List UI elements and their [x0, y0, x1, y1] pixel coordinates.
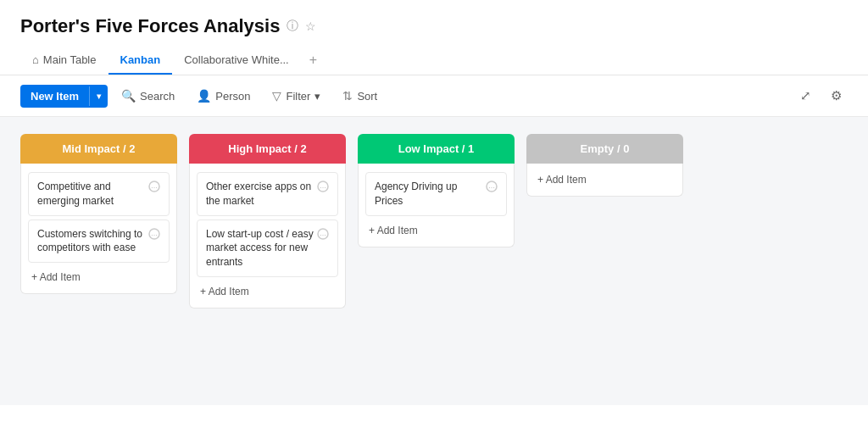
card[interactable]: Other exercise apps on the market⋯: [197, 172, 338, 216]
column-low-impact: Low Impact / 1Agency Driving up Prices⋯+…: [358, 134, 515, 388]
tab-add[interactable]: +: [301, 46, 326, 75]
column-empty: Empty / 0+ Add Item: [526, 134, 683, 388]
col-body-low-impact: Agency Driving up Prices⋯+ Add Item: [358, 164, 515, 247]
new-item-button[interactable]: New Item ▾: [20, 85, 108, 108]
card[interactable]: Low start-up cost / easy market access f…: [197, 220, 338, 277]
new-item-chevron[interactable]: ▾: [89, 86, 108, 106]
svg-text:⋯: ⋯: [488, 184, 495, 192]
star-icon[interactable]: ☆: [305, 19, 316, 33]
filter-icon: ▽: [272, 89, 281, 103]
person-icon: 👤: [197, 89, 211, 103]
filter-chevron: ▾: [314, 90, 320, 103]
card-text: Competitive and emerging market: [37, 180, 145, 208]
card-text: Other exercise apps on the market: [206, 180, 314, 208]
column-high-impact: High Impact / 2Other exercise apps on th…: [189, 134, 346, 388]
card[interactable]: Competitive and emerging market⋯: [28, 172, 170, 216]
info-icon[interactable]: ⓘ: [287, 19, 298, 34]
card-action-icon[interactable]: ⋯: [317, 228, 329, 242]
tab-kanban[interactable]: Kanban: [108, 47, 173, 75]
sort-icon: ⇅: [342, 89, 353, 103]
add-item-high-impact[interactable]: + Add Item: [190, 281, 345, 303]
filter-button[interactable]: ▽ Filter ▾: [264, 85, 329, 107]
card-action-icon[interactable]: ⋯: [486, 181, 498, 195]
search-button[interactable]: 🔍 Search: [113, 85, 183, 107]
card-action-icon[interactable]: ⋯: [148, 181, 160, 195]
search-icon: 🔍: [121, 89, 136, 103]
person-button[interactable]: 👤 Person: [188, 85, 259, 107]
card-text: Low start-up cost / easy market access f…: [206, 227, 314, 270]
home-icon: ⌂: [32, 53, 39, 66]
sort-label: Sort: [357, 90, 377, 103]
svg-text:⋯: ⋯: [320, 231, 326, 239]
col-body-mid-impact: Competitive and emerging market⋯Customer…: [20, 164, 177, 294]
filter-label: Filter: [286, 90, 310, 103]
person-label: Person: [215, 90, 250, 103]
col-body-empty: + Add Item: [526, 164, 683, 197]
search-label: Search: [140, 90, 175, 103]
header: Porter's Five Forces Analysis ⓘ ☆ ⌂ Main…: [0, 0, 868, 75]
tabs-row: ⌂ Main Table Kanban Collaborative White.…: [20, 46, 848, 75]
add-item-low-impact[interactable]: + Add Item: [359, 220, 514, 242]
col-header-mid-impact: Mid Impact / 2: [20, 134, 177, 164]
card-text: Customers switching to competitors with …: [37, 227, 145, 256]
title-row: Porter's Five Forces Analysis ⓘ ☆: [20, 15, 848, 37]
card-action-icon[interactable]: ⋯: [148, 228, 160, 242]
add-item-empty[interactable]: + Add Item: [527, 169, 682, 191]
col-header-empty: Empty / 0: [526, 134, 683, 164]
sort-button[interactable]: ⇅ Sort: [334, 85, 386, 107]
svg-text:⋯: ⋯: [151, 184, 158, 192]
page-title: Porter's Five Forces Analysis: [20, 15, 280, 37]
card-text: Agency Driving up Prices: [375, 180, 482, 208]
svg-text:⋯: ⋯: [320, 184, 326, 192]
kanban-board: Mid Impact / 2Competitive and emerging m…: [0, 117, 868, 405]
col-header-low-impact: Low Impact / 1: [358, 134, 515, 164]
card-action-icon[interactable]: ⋯: [317, 181, 329, 195]
col-header-high-impact: High Impact / 2: [189, 134, 346, 164]
tab-collab[interactable]: Collaborative White...: [172, 47, 301, 75]
new-item-label: New Item: [20, 85, 89, 108]
toolbar-right: ⤢ ⚙: [793, 84, 848, 108]
settings-button[interactable]: ⚙: [824, 84, 848, 108]
expand-button[interactable]: ⤢: [793, 84, 817, 108]
column-mid-impact: Mid Impact / 2Competitive and emerging m…: [20, 134, 177, 388]
card[interactable]: Customers switching to competitors with …: [28, 220, 170, 264]
col-body-high-impact: Other exercise apps on the market⋯Low st…: [189, 164, 346, 308]
add-item-mid-impact[interactable]: + Add Item: [21, 266, 176, 288]
tab-main-table[interactable]: ⌂ Main Table: [20, 47, 108, 75]
card[interactable]: Agency Driving up Prices⋯: [365, 172, 507, 216]
svg-text:⋯: ⋯: [151, 231, 158, 239]
toolbar: New Item ▾ 🔍 Search 👤 Person ▽ Filter ▾ …: [0, 75, 868, 117]
